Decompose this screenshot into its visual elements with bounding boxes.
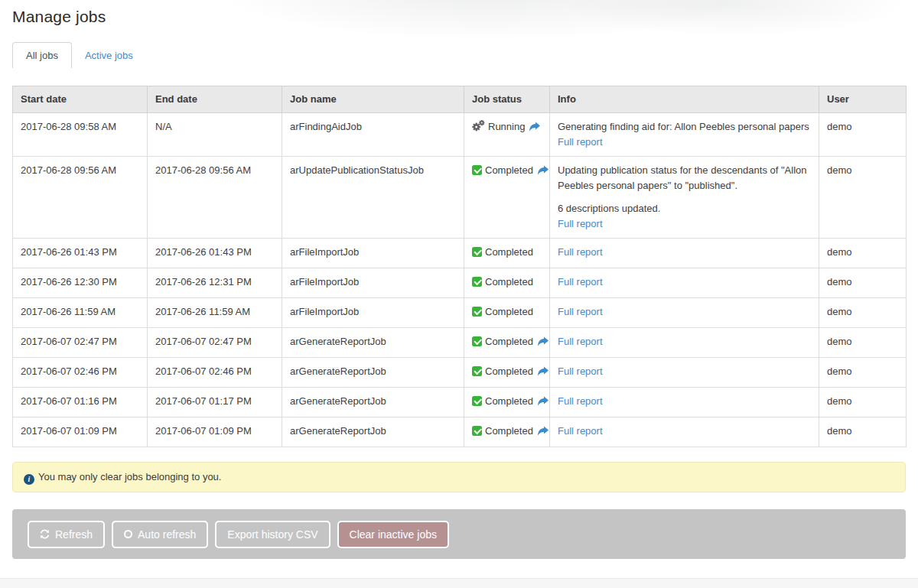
export-csv-button-label: Export history CSV [227, 527, 317, 542]
job-status-cell: Running [464, 113, 550, 157]
share-arrow-icon[interactable] [537, 396, 549, 406]
manage-jobs-page: Manage jobs All jobs Active jobs Start d… [0, 0, 918, 559]
job-status-label: Completed [485, 164, 533, 176]
export-history-csv-button[interactable]: Export history CSV [215, 521, 330, 548]
end-date-cell: 2017-06-26 11:59 AM [148, 298, 282, 328]
end-date-cell: 2017-06-07 02:46 PM [148, 358, 282, 388]
share-arrow-icon[interactable] [529, 122, 540, 132]
job-status-label: Completed [485, 336, 533, 347]
job-status-cell: Completed [464, 417, 550, 447]
clear-jobs-notice: You may only clear jobs belonging to you… [12, 462, 906, 492]
job-status-cell: Completed [464, 328, 550, 358]
check-square-icon [472, 395, 482, 411]
tab-active-jobs[interactable]: Active jobs [72, 42, 146, 68]
job-status-cell: Completed [464, 298, 550, 328]
report-link-row: Full report [558, 245, 811, 260]
user-cell: demo [819, 157, 907, 239]
user-cell: demo [819, 113, 907, 157]
full-report-link[interactable]: Full report [558, 336, 603, 347]
check-square-icon [472, 336, 482, 346]
job-name-cell: arGenerateReportJob [282, 328, 464, 358]
info-cell: Updating publication status for the desc… [550, 157, 819, 239]
share-arrow-glyph [537, 366, 549, 376]
auto-refresh-button[interactable]: Auto refresh [112, 521, 208, 548]
start-date-cell: 2017-06-26 01:43 PM [13, 239, 148, 268]
column-header-job-name: Job name [282, 86, 464, 113]
table-row: 2017-06-26 01:43 PM 2017-06-26 01:43 PM … [13, 239, 907, 268]
tab-bar: All jobs Active jobs [12, 42, 906, 68]
check-square-icon [472, 164, 482, 180]
report-link-row: Full report [558, 275, 811, 290]
share-arrow-icon[interactable] [537, 165, 549, 175]
job-name-cell: arFileImportJob [282, 239, 464, 268]
share-arrow-glyph [537, 165, 549, 175]
report-link-row: Full report [558, 334, 811, 349]
refresh-button[interactable]: Refresh [28, 521, 105, 548]
start-date-cell: 2017-06-26 11:59 AM [13, 298, 148, 328]
job-status-cell: Completed [464, 358, 550, 388]
tab-all-jobs[interactable]: All jobs [12, 42, 72, 68]
full-report-link[interactable]: Full report [558, 136, 603, 148]
job-status-label: Completed [485, 395, 533, 407]
info-cell: Full report [550, 388, 819, 417]
end-date-cell: 2017-06-26 12:31 PM [148, 268, 282, 298]
clear-inactive-jobs-button[interactable]: Clear inactive jobs [337, 521, 449, 548]
table-header-row: Start date End date Job name Job status … [13, 86, 907, 113]
check-square-icon [472, 396, 482, 406]
share-arrow-icon[interactable] [537, 426, 549, 436]
end-date-cell: 2017-06-07 01:17 PM [148, 388, 282, 417]
column-header-job-status: Job status [464, 86, 550, 113]
share-arrow-icon[interactable] [537, 366, 549, 376]
table-row: 2017-06-26 11:59 AM 2017-06-26 11:59 AM … [13, 298, 907, 328]
refresh-icon [40, 529, 50, 539]
start-date-cell: 2017-06-07 01:09 PM [13, 417, 148, 447]
column-header-info: Info [550, 86, 819, 113]
start-date-cell: 2017-06-07 02:46 PM [13, 358, 148, 388]
job-name-cell: arFileImportJob [282, 298, 464, 328]
job-name-cell: arGenerateReportJob [282, 417, 464, 447]
share-arrow-glyph [537, 426, 549, 436]
report-link-row: Full report [558, 394, 811, 409]
check-square-icon [472, 336, 482, 351]
job-status-label: Completed [485, 276, 533, 288]
end-date-cell: 2017-06-28 09:56 AM [148, 157, 282, 239]
check-square-icon [472, 306, 482, 321]
job-status-label: Completed [485, 365, 533, 377]
info-paragraphs: Generating finding aid for: Allon Peeble… [558, 119, 811, 135]
info-text: 6 descriptions updated. [558, 201, 811, 216]
user-cell: demo [819, 298, 907, 328]
start-date-cell: 2017-06-28 09:58 AM [13, 113, 148, 157]
table-row: 2017-06-07 01:09 PM 2017-06-07 01:09 PM … [13, 417, 907, 447]
check-square-icon [472, 307, 482, 317]
check-square-icon [472, 365, 482, 381]
table-row: 2017-06-07 01:16 PM 2017-06-07 01:17 PM … [13, 388, 907, 417]
table-row: 2017-06-26 12:30 PM 2017-06-26 12:31 PM … [13, 268, 907, 298]
notice-text: You may only clear jobs belonging to you… [38, 471, 221, 482]
share-arrow-glyph [529, 122, 540, 132]
end-date-cell: 2017-06-07 01:09 PM [148, 417, 282, 447]
share-arrow-icon[interactable] [537, 336, 549, 346]
full-report-link[interactable]: Full report [558, 395, 603, 407]
column-header-user: User [819, 86, 907, 113]
end-date-cell: 2017-06-07 02:47 PM [148, 328, 282, 358]
report-link-row: Full report [558, 424, 811, 439]
user-cell: demo [819, 239, 907, 268]
job-status-cell: Completed [464, 157, 550, 239]
full-report-link[interactable]: Full report [558, 218, 603, 229]
full-report-link[interactable]: Full report [558, 425, 603, 437]
info-cell: Full report [550, 417, 819, 447]
info-text: Updating publication status for the desc… [558, 163, 811, 193]
info-cell: Full report [550, 358, 819, 388]
actions-toolbar: Refresh Auto refresh Export history CSV … [12, 509, 906, 559]
check-square-icon [472, 277, 482, 287]
cogs-icon [472, 120, 485, 132]
full-report-link[interactable]: Full report [558, 246, 603, 258]
share-arrow-glyph [537, 396, 549, 406]
job-name-cell: arGenerateReportJob [282, 358, 464, 388]
full-report-link[interactable]: Full report [558, 306, 603, 317]
full-report-link[interactable]: Full report [558, 276, 603, 288]
full-report-link[interactable]: Full report [558, 365, 603, 377]
auto-refresh-button-label: Auto refresh [138, 527, 196, 542]
report-link-row: Full report [558, 364, 811, 379]
circle-icon [124, 530, 132, 538]
